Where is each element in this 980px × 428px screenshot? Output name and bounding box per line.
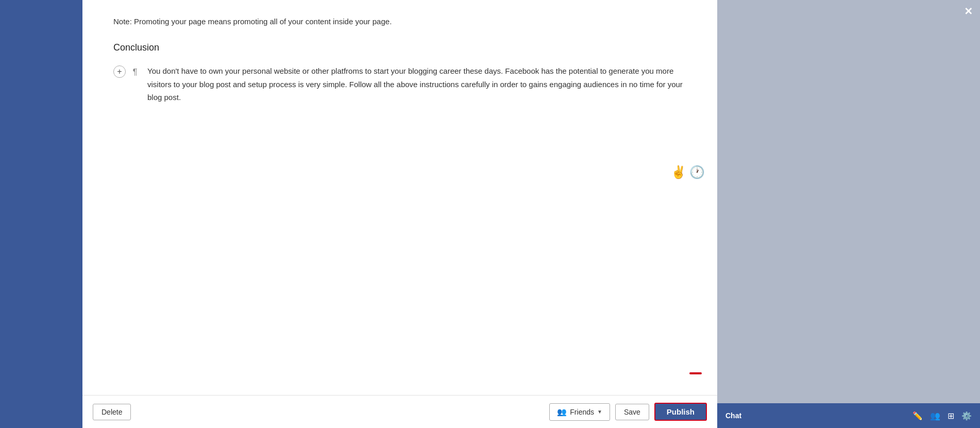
clock-emoji: 🕐 — [689, 165, 705, 179]
save-button[interactable]: Save — [615, 404, 649, 420]
add-block-button[interactable]: + — [113, 65, 126, 78]
peace-emoji: ✌️ — [671, 165, 686, 179]
conclusion-heading: Conclusion — [113, 42, 686, 53]
chat-settings-icon[interactable]: ⚙️ — [961, 411, 972, 421]
red-dash — [689, 372, 702, 374]
footer-right: 👥 Friends ▼ Save Publish — [549, 403, 707, 421]
chat-label: Chat — [725, 411, 741, 420]
paragraph-text[interactable]: You don't have to own your personal webs… — [147, 64, 686, 104]
chat-bar: Chat ✏️ 👥 ⊞ ⚙️ — [717, 403, 980, 428]
emoji-row: ✌️ 🕐 — [671, 165, 705, 179]
chat-grid-icon[interactable]: ⊞ — [948, 411, 954, 421]
chevron-down-icon: ▼ — [597, 409, 602, 415]
footer-bar: Delete 👥 Friends ▼ Save Publish — [82, 395, 717, 428]
friends-button[interactable]: 👥 Friends ▼ — [549, 403, 610, 421]
left-sidebar — [0, 0, 82, 428]
close-button[interactable]: ✕ — [964, 5, 973, 18]
chat-friends-icon[interactable]: 👥 — [930, 411, 940, 421]
chat-edit-icon[interactable]: ✏️ — [913, 411, 923, 421]
publish-button[interactable]: Publish — [654, 403, 707, 421]
paragraph-tools: + ¶ — [113, 65, 141, 78]
delete-button[interactable]: Delete — [93, 404, 131, 420]
paragraph-type-button[interactable]: ¶ — [129, 65, 141, 78]
note-text: Note: Promoting your page means promotin… — [113, 15, 686, 28]
friends-label: Friends — [570, 408, 594, 416]
right-panel: ✕ — [717, 0, 980, 428]
friends-icon: 👥 — [557, 407, 567, 417]
paragraph-block: + ¶ You don't have to own your personal … — [113, 64, 686, 104]
editor-modal: Note: Promoting your page means promotin… — [82, 0, 717, 428]
chat-icons: ✏️ 👥 ⊞ ⚙️ — [913, 411, 972, 421]
editor-body: Note: Promoting your page means promotin… — [82, 0, 717, 395]
